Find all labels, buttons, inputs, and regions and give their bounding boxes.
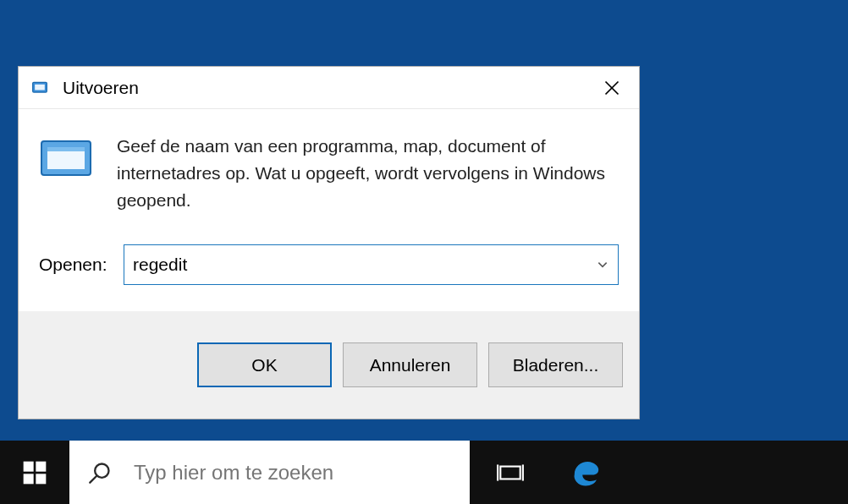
button-bar: OK Annuleren Bladeren... xyxy=(19,311,639,419)
open-label: Openen: xyxy=(39,255,118,275)
combobox-dropdown-button[interactable] xyxy=(587,245,618,284)
close-icon xyxy=(603,79,620,96)
browse-button[interactable]: Bladeren... xyxy=(488,342,623,387)
run-icon xyxy=(39,136,93,182)
search-icon xyxy=(88,461,112,485)
taskbar-search[interactable] xyxy=(69,441,470,504)
open-row: Openen: xyxy=(39,244,619,285)
svg-rect-1 xyxy=(35,84,45,90)
svg-rect-6 xyxy=(47,147,85,151)
open-combobox[interactable] xyxy=(124,244,619,285)
run-icon xyxy=(29,77,51,99)
svg-rect-10 xyxy=(36,474,46,484)
description-row: Geef de naam van een programma, map, doc… xyxy=(39,133,619,214)
ok-button[interactable]: OK xyxy=(197,342,332,387)
windows-start-icon xyxy=(21,459,48,486)
svg-rect-9 xyxy=(24,474,34,484)
open-input[interactable] xyxy=(124,245,587,284)
svg-rect-13 xyxy=(500,466,520,479)
svg-rect-8 xyxy=(36,461,46,471)
dialog-title: Uitvoeren xyxy=(63,78,585,98)
task-view-button[interactable] xyxy=(485,441,536,504)
edge-browser-button[interactable] xyxy=(561,441,612,504)
chevron-down-icon xyxy=(597,259,608,271)
description-text: Geef de naam van een programma, map, doc… xyxy=(117,133,619,214)
task-view-icon xyxy=(496,458,525,487)
close-button[interactable] xyxy=(585,67,639,109)
taskbar-icons xyxy=(470,441,848,504)
dialog-body: Geef de naam van een programma, map, doc… xyxy=(19,109,639,311)
cancel-button[interactable]: Annuleren xyxy=(343,342,477,387)
edge-browser-icon xyxy=(570,457,603,489)
titlebar: Uitvoeren xyxy=(19,67,639,109)
taskbar-search-input[interactable] xyxy=(134,461,451,485)
taskbar xyxy=(0,441,848,504)
run-dialog: Uitvoeren Geef de naam van een programma… xyxy=(18,66,640,419)
start-button[interactable] xyxy=(0,441,69,504)
svg-line-12 xyxy=(90,475,96,482)
svg-rect-7 xyxy=(24,461,34,471)
